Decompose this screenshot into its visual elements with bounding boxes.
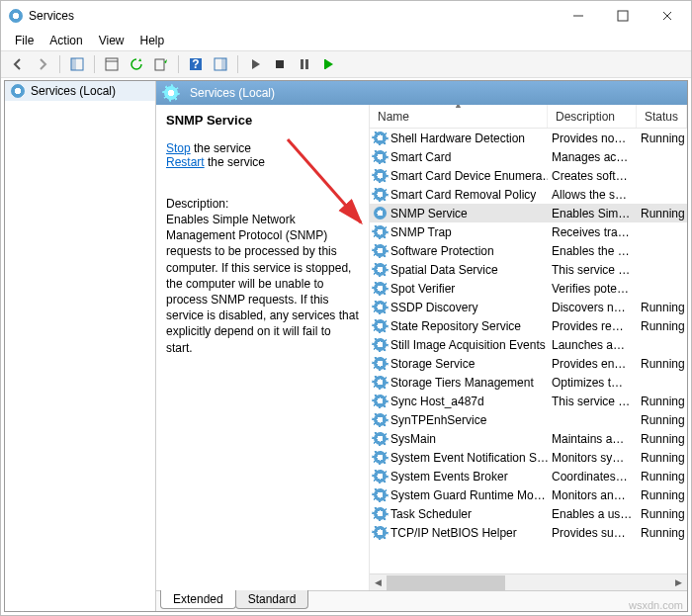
gear-icon (374, 357, 387, 370)
service-name: Smart Card Removal Policy (390, 188, 536, 202)
service-detail-panel: SNMP Service Stop the service Restart th… (156, 105, 369, 590)
service-description: This service … (548, 263, 637, 277)
service-row[interactable]: Still Image Acquisition EventsLaunches a… (370, 335, 687, 354)
service-row[interactable]: Software ProtectionEnables the … (370, 241, 687, 260)
service-status: Running (637, 319, 687, 333)
service-row[interactable]: System Event Notification S…Monitors sy…… (370, 448, 687, 467)
tab-standard[interactable]: Standard (235, 590, 309, 609)
details-header: Services (Local) (156, 81, 687, 105)
service-description: Maintains a… (548, 432, 637, 446)
window-title: Services (29, 9, 556, 23)
scroll-left-button[interactable]: ◀ (370, 574, 387, 591)
back-button[interactable] (7, 53, 29, 75)
service-row[interactable]: Storage ServiceProvides en…Running (370, 354, 687, 373)
service-status: Running (637, 132, 687, 145)
service-name: TCP/IP NetBIOS Helper (390, 526, 517, 540)
service-description: Manages ac… (548, 150, 637, 164)
service-row[interactable]: SysMainMaintains a…Running (370, 429, 687, 448)
scroll-thumb[interactable] (387, 575, 505, 590)
column-header-description[interactable]: Description (548, 105, 637, 128)
toolbar: ? (1, 50, 691, 78)
service-description: Receives tra… (548, 225, 637, 239)
gear-icon (374, 150, 387, 163)
gear-icon (164, 86, 178, 100)
service-row[interactable]: Shell Hardware DetectionProvides no…Runn… (370, 129, 687, 147)
horizontal-scrollbar[interactable]: ◀ ▶ (370, 573, 687, 590)
service-status: Running (637, 470, 687, 484)
help-button[interactable]: ? (185, 53, 207, 75)
tree-item-services-local[interactable]: Services (Local) (5, 81, 155, 101)
service-description: Monitors an… (548, 488, 637, 502)
forward-button[interactable] (32, 53, 53, 75)
service-description: Enables a us… (548, 507, 637, 521)
sort-ascending-icon: ▲ (454, 105, 463, 110)
service-description: Creates soft… (548, 169, 637, 183)
service-row[interactable]: Smart CardManages ac… (370, 147, 687, 166)
start-service-button[interactable] (244, 53, 266, 75)
service-row[interactable]: SNMP ServiceEnables Sim…Running (370, 204, 687, 222)
properties-button[interactable] (101, 53, 123, 75)
service-row[interactable]: System Events BrokerCoordinates…Running (370, 467, 687, 485)
pause-service-button[interactable] (294, 53, 315, 75)
gear-icon (374, 413, 387, 426)
service-status: Running (637, 395, 687, 408)
gear-icon (374, 207, 387, 220)
refresh-button[interactable] (126, 53, 147, 75)
service-row[interactable]: State Repository ServiceProvides re…Runn… (370, 316, 687, 335)
service-description: Coordinates… (548, 470, 637, 484)
service-status: Running (637, 507, 687, 521)
scroll-right-button[interactable]: ▶ (670, 574, 687, 591)
menu-view[interactable]: View (91, 32, 132, 49)
service-name: Smart Card (390, 150, 451, 164)
tab-extended[interactable]: Extended (160, 590, 236, 609)
service-status: Running (637, 357, 687, 371)
service-row[interactable]: Spot VerifierVerifies pote… (370, 279, 687, 298)
gear-icon (374, 376, 387, 389)
menu-action[interactable]: Action (42, 32, 90, 49)
column-header-status[interactable]: Status (637, 105, 687, 128)
service-status: Running (637, 413, 687, 427)
view-tabs: Extended Standard (156, 590, 687, 611)
svg-rect-8 (155, 59, 164, 70)
service-row[interactable]: TCP/IP NetBIOS HelperProvides su…Running (370, 523, 687, 542)
service-row[interactable]: Spatial Data ServiceThis service … (370, 260, 687, 279)
stop-service-link[interactable]: Stop (166, 141, 191, 155)
service-row[interactable]: Task SchedulerEnables a us…Running (370, 504, 687, 523)
service-row[interactable]: Sync Host_a487dThis service …Running (370, 392, 687, 410)
maximize-button[interactable] (600, 2, 645, 30)
menu-file[interactable]: File (7, 32, 42, 49)
show-hide-tree-button[interactable] (66, 53, 88, 75)
minimize-button[interactable] (556, 2, 600, 30)
restart-service-link[interactable]: Restart (166, 155, 205, 169)
svg-text:?: ? (192, 57, 199, 71)
column-header-name[interactable]: Name▲ (370, 105, 548, 128)
gear-icon (374, 225, 387, 238)
service-row[interactable]: SynTPEnhServiceRunning (370, 410, 687, 429)
service-description: Monitors sy… (548, 451, 637, 465)
service-name: SNMP Service (390, 207, 468, 220)
service-row[interactable]: Smart Card Removal PolicyAllows the s… (370, 185, 687, 204)
menu-help[interactable]: Help (132, 32, 173, 49)
service-row[interactable]: SSDP DiscoveryDiscovers n…Running (370, 298, 687, 316)
service-description: Enables Sim… (548, 207, 637, 220)
service-status: Running (637, 432, 687, 446)
stop-service-button[interactable] (269, 53, 291, 75)
restart-service-button[interactable] (318, 53, 340, 75)
gear-icon (374, 319, 387, 332)
action-pane-button[interactable] (210, 53, 231, 75)
gear-icon (374, 432, 387, 445)
service-row[interactable]: Smart Card Device Enumera…Creates soft… (370, 166, 687, 185)
service-status: Running (637, 488, 687, 502)
service-name: Still Image Acquisition Events (390, 338, 546, 352)
svg-rect-13 (276, 60, 284, 68)
gear-icon (374, 169, 387, 182)
service-description: Provides su… (548, 526, 637, 540)
service-row[interactable]: System Guard Runtime Mo…Monitors an…Runn… (370, 485, 687, 504)
scroll-track[interactable] (387, 574, 670, 590)
svg-rect-16 (324, 59, 326, 69)
service-row[interactable]: SNMP TrapReceives tra… (370, 222, 687, 241)
close-button[interactable] (645, 2, 689, 30)
gear-icon (374, 507, 387, 520)
export-button[interactable] (150, 53, 172, 75)
service-row[interactable]: Storage Tiers ManagementOptimizes t… (370, 373, 687, 392)
